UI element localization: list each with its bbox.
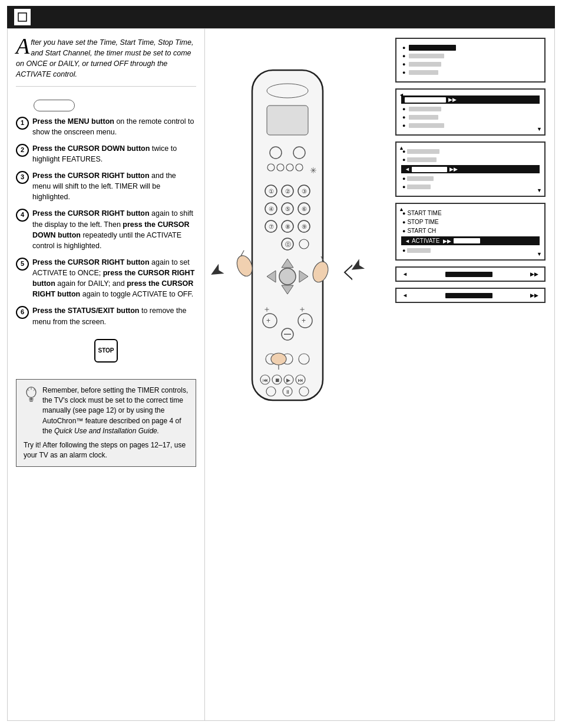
screen-menu-5: ◄ ▶▶ xyxy=(395,266,546,282)
intro-text: A fter you have set the Time, Start Time… xyxy=(16,37,196,87)
svg-text:⑨: ⑨ xyxy=(302,223,307,230)
svg-text:⑤: ⑤ xyxy=(285,206,290,212)
step-5-number: 5 xyxy=(16,258,29,271)
right-panel: ✳ ① ② ③ ④ ⑤ ⑥ ⑦ ⑧ xyxy=(205,29,554,720)
stop-icon: STOP xyxy=(94,339,118,363)
once-row: ◄ ▶▶ xyxy=(402,271,538,277)
step-2-text: Press the CURSOR DOWN button twice to hi… xyxy=(32,143,196,164)
screen-menu-6: ◄ ▶▶ xyxy=(395,288,546,303)
svg-text:⏸: ⏸ xyxy=(285,389,290,395)
step-3-number: 3 xyxy=(16,171,29,184)
svg-text:②: ② xyxy=(285,188,290,195)
svg-text:③: ③ xyxy=(302,188,307,195)
daily-row: ◄ ▶▶ xyxy=(402,292,538,298)
header-bar xyxy=(7,6,555,28)
svg-line-8 xyxy=(34,389,35,391)
step-6: 6 Press the STATUS/EXIT button to remove… xyxy=(16,305,196,327)
menu3-item2: ● xyxy=(402,156,538,164)
step-5-text: Press the CURSOR RIGHT button again to s… xyxy=(32,257,196,300)
step-2: 2 Press the CURSOR DOWN button twice to … xyxy=(16,143,196,164)
svg-line-69 xyxy=(240,251,246,256)
timer-highlighted: ◄ ▶▶ xyxy=(401,165,540,173)
svg-point-72 xyxy=(271,353,286,365)
menu4-start-time: ● START TIME xyxy=(402,209,538,218)
menu4-start-ch: ● START CH xyxy=(402,226,538,235)
step-6-text: Press the STATUS/EXIT button to remove t… xyxy=(32,305,196,327)
drop-cap: A xyxy=(16,37,29,55)
svg-text:⏭: ⏭ xyxy=(298,377,303,383)
svg-text:⓪: ⓪ xyxy=(285,241,291,248)
svg-text:⏮: ⏮ xyxy=(263,377,268,383)
page-icon xyxy=(14,9,31,25)
step-4: 4 Press the CURSOR RIGHT button again to… xyxy=(16,208,196,251)
menu3-item1: ● xyxy=(402,147,538,156)
svg-text:+: + xyxy=(302,317,306,325)
menu4-stop-time: ● STOP TIME xyxy=(402,218,538,226)
features-highlighted: ▶▶ xyxy=(401,95,540,104)
tip-italic: Quick Use and Installation Guide. xyxy=(54,427,159,435)
svg-text:⏹: ⏹ xyxy=(275,377,280,383)
menu1-item1: ● xyxy=(402,44,538,52)
svg-text:⑦: ⑦ xyxy=(269,223,274,230)
svg-point-44 xyxy=(279,268,296,285)
svg-line-7 xyxy=(28,389,29,391)
stop-label: STOP xyxy=(98,347,114,354)
svg-rect-0 xyxy=(18,13,27,21)
screen-menus: ● ● ● ● ◄ xyxy=(395,38,546,303)
step-3-text: Press the CURSOR RIGHT button and the me… xyxy=(32,170,196,202)
step-4-text: Press the CURSOR RIGHT button again to s… xyxy=(32,208,196,251)
step-2-number: 2 xyxy=(16,144,29,157)
step-5: 5 Press the CURSOR RIGHT button again to… xyxy=(16,257,196,300)
main-content: A fter you have set the Time, Start Time… xyxy=(7,28,555,721)
tip-footer: Try it! After following the steps on pag… xyxy=(24,440,189,461)
tip-text: Remember, before setting the TIMER contr… xyxy=(42,386,189,437)
menu1-item3: ● xyxy=(402,60,538,68)
step-3: 3 Press the CURSOR RIGHT button and the … xyxy=(16,170,196,202)
remote-container: ✳ ① ② ③ ④ ⑤ ⑥ ⑦ ⑧ xyxy=(223,58,352,461)
menu1-item4: ● xyxy=(402,68,538,77)
menu3-item4: ● xyxy=(402,174,538,183)
screen-menu-2: ◄ ▶▶ ● ● ● ▼ xyxy=(395,88,546,136)
svg-text:⑥: ⑥ xyxy=(302,206,307,212)
step-1: 1 Press the MENU button on the remote co… xyxy=(16,116,196,137)
remote-svg: ✳ ① ② ③ ④ ⑤ ⑥ ⑦ ⑧ xyxy=(223,58,352,459)
svg-text:✳: ✳ xyxy=(310,166,317,175)
step-1-text: Press the MENU button on the remote cont… xyxy=(32,116,196,137)
left-panel: A fter you have set the Time, Start Time… xyxy=(8,29,205,720)
menu3-item5: ● xyxy=(402,183,538,191)
step-1-number: 1 xyxy=(16,117,29,130)
menu1-item2: ● xyxy=(402,52,538,60)
menu2-item3: ● xyxy=(402,113,538,121)
svg-text:＋: ＋ xyxy=(298,304,306,314)
menu4-item5: ● xyxy=(402,246,538,255)
menu2-item2: ● xyxy=(402,105,538,113)
screen-menu-1: ● ● ● ● xyxy=(395,38,546,83)
svg-text:⑧: ⑧ xyxy=(285,223,290,230)
screen-menu-3: ▲ ● ● ◄ ▶▶ ● ● xyxy=(395,141,546,197)
menu-button-shape xyxy=(34,100,75,111)
stop-icon-container: STOP xyxy=(16,335,196,366)
menu2-item4: ● xyxy=(402,121,538,130)
svg-rect-11 xyxy=(267,106,308,135)
tip-box: Remember, before setting the TIMER contr… xyxy=(16,379,196,467)
svg-text:+: + xyxy=(266,317,270,325)
bulb-icon xyxy=(24,386,39,404)
svg-text:①: ① xyxy=(269,188,274,195)
tip-header: Remember, before setting the TIMER contr… xyxy=(24,386,189,437)
svg-text:④: ④ xyxy=(269,206,274,212)
step-4-number: 4 xyxy=(16,209,29,222)
activate-highlighted: ◄ ACTIVATE ▶▶ xyxy=(401,236,540,245)
svg-text:▶: ▶ xyxy=(286,377,290,383)
intro-body: fter you have set the Time, Start Time, … xyxy=(16,38,193,78)
svg-text:＋: ＋ xyxy=(263,304,271,314)
screen-menu-4: ▲ ● START TIME ● STOP TIME ● START CH ◄ … xyxy=(395,203,546,261)
step-6-number: 6 xyxy=(16,306,29,319)
